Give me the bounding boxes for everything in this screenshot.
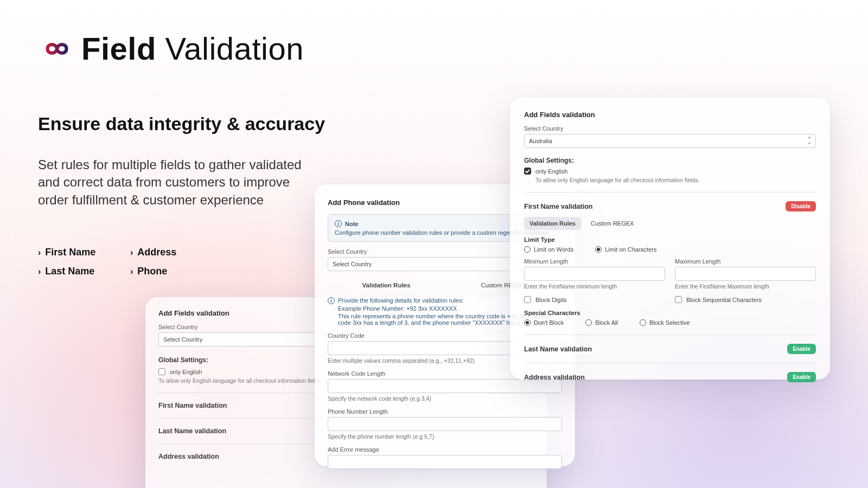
bullet-phone: ›Phone [130, 266, 217, 277]
radio-checked-icon [595, 246, 602, 253]
tab-validation-rules[interactable]: Validation Rules [328, 279, 445, 292]
chevron-right-icon: › [38, 267, 41, 277]
first-name-row-title: First Name validation [158, 402, 227, 409]
enable-button[interactable]: Enable [787, 344, 816, 354]
checkbox-checked-icon [524, 168, 531, 175]
only-english-label: only English [535, 168, 567, 175]
min-length-input[interactable] [524, 267, 665, 281]
panel-title: Add Fields validation [524, 111, 816, 119]
sc-dont-block-radio[interactable]: Don't Block [524, 319, 564, 326]
info-icon: i [335, 220, 342, 227]
phone-number-length-input[interactable] [328, 417, 562, 431]
special-characters-heading: Special Characters [524, 310, 816, 316]
bullet-address: ›Address [130, 247, 217, 258]
only-english-hint: To allow only English language for all c… [535, 177, 816, 183]
error-message-input[interactable] [328, 455, 562, 469]
limit-words-label: Limit on Words [534, 246, 573, 253]
infinity-logo-icon [38, 37, 76, 61]
sc-dont-label: Don't Block [534, 319, 564, 326]
country-select-value: Select Country [333, 261, 372, 267]
note-heading: Note [345, 221, 358, 227]
country-label: Select Country [524, 125, 816, 132]
select-handle-icon: ⌃⌄ [807, 138, 811, 144]
limit-chars-radio[interactable]: Limit on Characters [595, 246, 656, 253]
sc-all-label: Block All [595, 319, 618, 326]
radio-checked-icon [524, 319, 531, 326]
checkbox-icon [524, 296, 531, 303]
enable-button[interactable]: Enable [787, 372, 816, 382]
block-sequential-label: Block Sequential Characters [686, 297, 762, 303]
divider [524, 192, 816, 192]
brand-name-bold: Field [81, 31, 156, 66]
info-icon: i [328, 297, 335, 304]
error-message-label: Add Error message [328, 446, 562, 453]
block-sequential-checkbox[interactable]: Block Sequential Characters [675, 296, 816, 303]
address-row-title: Address validation [158, 453, 219, 460]
address-heading: Address validation [524, 374, 585, 381]
firstname-tabs: Validation Rules Custom REGEX [524, 217, 816, 230]
chevron-right-icon: › [38, 248, 41, 258]
bullet-first-name: ›First Name [38, 247, 125, 258]
sc-sel-label: Block Selective [649, 319, 690, 326]
network-code-length-hint: Specify the network code length (e.g 3,4… [328, 395, 562, 402]
only-english-label: only English [170, 369, 202, 375]
last-name-row-title: Last Name validation [158, 427, 226, 435]
divider [524, 335, 816, 335]
radio-icon [585, 319, 592, 326]
brand-logo: Field Validation [38, 30, 445, 67]
first-name-heading: First Name validation [524, 203, 592, 210]
checkbox-icon [675, 296, 682, 303]
block-digits-checkbox[interactable]: Block Digits [524, 296, 665, 303]
country-select-value: Select Country [163, 336, 202, 343]
disable-button[interactable]: Disable [786, 201, 816, 211]
max-length-input[interactable] [675, 267, 816, 281]
radio-icon [640, 319, 646, 326]
rules-line1: Provide the following details for valida… [338, 297, 464, 304]
tab-custom-regex[interactable]: Custom REGEX [585, 217, 639, 230]
phone-number-length-hint: Specify the phone number length (e.g 5,7… [328, 433, 562, 440]
chevron-right-icon: › [130, 248, 133, 258]
country-select-value: Australia [529, 138, 552, 144]
bullet-label: Last Name [45, 266, 94, 277]
radio-icon [524, 246, 531, 253]
min-length-hint: Enter the FirstName minimum length [524, 283, 665, 290]
limit-words-radio[interactable]: Limit on Words [524, 246, 573, 253]
checkbox-icon [158, 368, 165, 375]
address-validation-row: Address validation Enable [524, 372, 816, 382]
country-select[interactable]: Australia ⌃⌄ [524, 134, 816, 148]
hero-tagline: Ensure data integrity & accuracy [38, 113, 445, 134]
bullet-label: Phone [137, 266, 167, 277]
brand-name-light: Validation [156, 31, 304, 66]
limit-type-label: Limit Type [524, 236, 816, 243]
first-name-validation-row: First Name validation Disable [524, 201, 816, 211]
phone-number-length-label: Phone Number Length [328, 408, 562, 415]
global-settings-heading: Global Settings: [524, 157, 816, 164]
divider [524, 363, 816, 363]
max-length-hint: Enter the FirstName Maximum length [675, 283, 816, 290]
limit-chars-label: Limit on Characters [605, 246, 656, 253]
panel-fields-validation-full: Add Fields validation Select Country Aus… [510, 98, 830, 380]
brand-name: Field Validation [81, 30, 304, 67]
bullet-last-name: ›Last Name [38, 266, 125, 277]
max-length-label: Maximum Length [675, 258, 816, 265]
block-digits-label: Block Digits [535, 297, 566, 303]
sc-block-all-radio[interactable]: Block All [585, 319, 618, 326]
bullet-label: First Name [45, 247, 95, 258]
last-name-heading: Last Name validation [524, 345, 592, 353]
last-name-validation-row: Last Name validation Enable [524, 344, 816, 354]
tab-validation-rules[interactable]: Validation Rules [524, 217, 581, 230]
sc-block-selective-radio[interactable]: Block Selective [640, 319, 690, 326]
bullet-label: Address [137, 247, 176, 258]
hero-blurb: Set rules for multiple fields to gather … [38, 156, 320, 209]
only-english-checkbox[interactable]: only English [524, 168, 816, 175]
chevron-right-icon: › [130, 267, 133, 277]
min-length-label: Minimum Length [524, 258, 665, 265]
